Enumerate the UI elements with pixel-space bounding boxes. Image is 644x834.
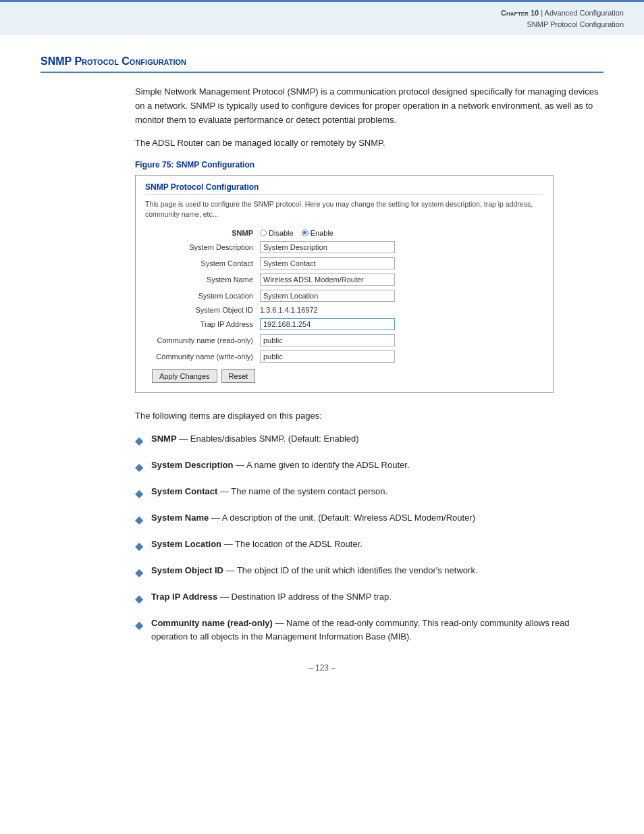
community-read-row: Community name (read-only): [145, 334, 543, 346]
snmp-config-box: SNMP Protocol Configuration This page is…: [136, 176, 553, 392]
snmp-disable-option[interactable]: Disable: [260, 229, 294, 237]
page-number: – 123 –: [41, 663, 603, 673]
chapter-label: Chapter 10: [501, 9, 539, 17]
bullet-diamond-icon-6: ◆: [135, 565, 143, 581]
config-separator: [145, 194, 543, 195]
system-location-label: System Location: [145, 292, 260, 300]
system-location-row: System Location: [145, 290, 543, 302]
bullet-snmp: ◆ SNMP — Enables/disables SNMP. (Default…: [135, 432, 603, 449]
trap-ip-label: Trap IP Address: [145, 320, 260, 328]
following-text: The following items are displayed on thi…: [135, 409, 603, 423]
snmp-enable-option[interactable]: Enable: [302, 229, 333, 237]
community-write-label: Community name (write-only): [145, 353, 260, 361]
page-content: SNMP Protocol Configuration Simple Netwo…: [0, 35, 644, 700]
system-location-input[interactable]: [260, 290, 395, 302]
bullet-community-read: ◆ Community name (read-only) — Name of t…: [135, 617, 603, 643]
bullet-diamond-icon-5: ◆: [135, 538, 143, 554]
bullet-system-description: ◆ System Description — A name given to i…: [135, 459, 603, 475]
reset-button[interactable]: Reset: [221, 369, 256, 383]
bullet-diamond-icon-7: ◆: [135, 591, 143, 607]
community-read-input[interactable]: [260, 334, 395, 346]
intro-para1: Simple Network Management Protocol (SNMP…: [135, 85, 603, 127]
system-contact-input[interactable]: [260, 257, 395, 269]
system-description-label: System Description: [145, 243, 260, 251]
snmp-radio-group: Disable Enable: [260, 229, 333, 237]
snmp-label: SNMP: [145, 229, 260, 237]
apply-changes-button[interactable]: Apply Changes: [152, 369, 217, 383]
disable-label: Disable: [269, 229, 294, 237]
bullet-system-object-id-text: System Object ID — The object ID of the …: [151, 564, 603, 577]
intro-para2: The ADSL Router can be managed locally o…: [135, 136, 603, 151]
community-write-row: Community name (write-only): [145, 350, 543, 363]
enable-label: Enable: [311, 229, 333, 237]
bullet-system-name: ◆ System Name — A description of the uni…: [135, 511, 603, 528]
system-description-row: System Description: [145, 241, 543, 253]
system-object-id-value: 1.3.6.1.4.1.16972: [260, 306, 318, 314]
bullet-snmp-text: SNMP — Enables/disables SNMP. (Default: …: [151, 432, 603, 446]
system-object-id-label: System Object ID: [145, 306, 260, 314]
bullet-system-contact: ◆ System Contact — The name of the syste…: [135, 485, 603, 502]
header-section2: SNMP Protocol Configuration: [527, 20, 624, 28]
bullet-system-contact-text: System Contact — The name of the system …: [151, 485, 603, 498]
enable-radio-icon: [302, 230, 308, 236]
snmp-row: SNMP Disable Enable: [145, 229, 543, 237]
header-section1: Advanced Configuration: [545, 9, 624, 17]
bullet-community-read-text: Community name (read-only) — Name of the…: [151, 617, 603, 643]
header-separator: |: [541, 9, 543, 17]
snmp-config-desc: This page is used to configure the SNMP …: [145, 199, 543, 219]
bullet-system-location: ◆ System Location — The location of the …: [135, 538, 603, 554]
figure-container: SNMP Protocol Configuration This page is…: [135, 175, 554, 392]
button-row: Apply Changes Reset: [145, 369, 543, 383]
system-name-row: System Name: [145, 273, 543, 286]
bullet-diamond-icon-4: ◆: [135, 512, 143, 528]
system-name-label: System Name: [145, 276, 260, 284]
community-read-label: Community name (read-only): [145, 336, 260, 344]
disable-radio-icon: [260, 230, 267, 236]
bullet-diamond-icon: ◆: [135, 433, 143, 449]
page-header: Chapter 10 | Advanced Configuration SNMP…: [0, 0, 644, 35]
bullet-diamond-icon-2: ◆: [135, 459, 143, 475]
bullet-list: ◆ SNMP — Enables/disables SNMP. (Default…: [135, 432, 603, 643]
bullet-diamond-icon-3: ◆: [135, 486, 143, 502]
system-description-input[interactable]: [260, 241, 395, 253]
figure-label: Figure 75: SNMP Configuration: [135, 160, 603, 170]
bullet-system-name-text: System Name — A description of the unit.…: [151, 511, 603, 525]
trap-ip-row: Trap IP Address: [145, 318, 543, 330]
snmp-config-title: SNMP Protocol Configuration: [145, 182, 543, 192]
bullet-system-description-text: System Description — A name given to ide…: [151, 459, 603, 472]
system-object-id-row: System Object ID 1.3.6.1.4.1.16972: [145, 306, 543, 314]
system-contact-label: System Contact: [145, 259, 260, 267]
bullet-trap-ip-text: Trap IP Address — Destination IP address…: [151, 590, 603, 604]
system-contact-row: System Contact: [145, 257, 543, 269]
bullet-trap-ip: ◆ Trap IP Address — Destination IP addre…: [135, 590, 603, 607]
bullet-system-location-text: System Location — The location of the AD…: [151, 538, 603, 551]
page-title: SNMP Protocol Configuration: [41, 55, 603, 73]
trap-ip-input[interactable]: [260, 318, 395, 330]
bullet-diamond-icon-8: ◆: [135, 617, 143, 633]
community-write-input[interactable]: [260, 350, 395, 363]
system-name-input[interactable]: [260, 273, 395, 286]
bullet-system-object-id: ◆ System Object ID — The object ID of th…: [135, 564, 603, 581]
